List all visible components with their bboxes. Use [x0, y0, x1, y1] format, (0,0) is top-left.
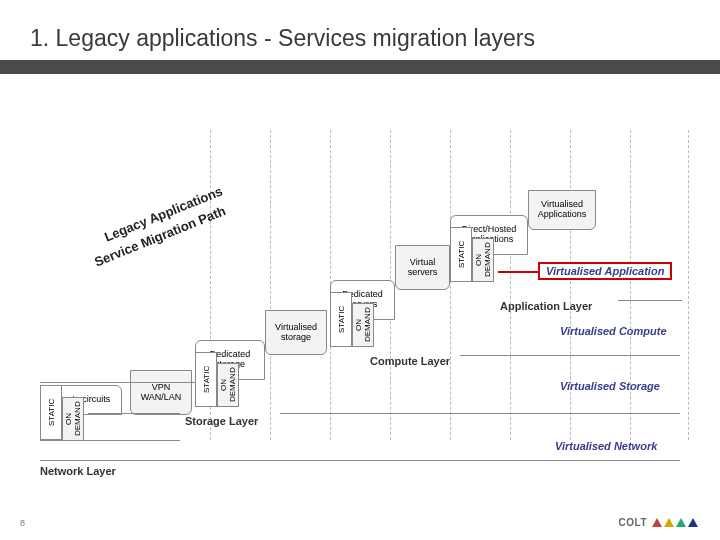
callout-virtualised-application: Virtualised Application	[538, 262, 672, 280]
tag-od-storage: ON DEMAND	[217, 363, 239, 407]
label-virtualised-network: Virtualised Network	[555, 440, 657, 452]
callout-line	[498, 271, 538, 273]
box-virtualised-storage: Virtualised storage	[265, 310, 327, 355]
tag-static-compute: STATIC	[330, 292, 352, 347]
grid-zone	[210, 130, 690, 440]
logo-triangle-icon	[688, 518, 698, 527]
label-application-layer: Application Layer	[500, 300, 592, 312]
box-virtual-servers: Virtual servers	[395, 245, 450, 290]
page-number: 8	[20, 518, 25, 528]
tag-od-compute: ON DEMAND	[352, 303, 374, 347]
box-virtualised-apps: Virtualised Applications	[528, 190, 596, 230]
tag-static-apps: STATIC	[450, 227, 472, 282]
brand-logo: COLT	[619, 517, 698, 528]
logo-triangle-icon	[676, 518, 686, 527]
label-virtualised-compute: Virtualised Compute	[560, 325, 667, 337]
label-network-layer: Network Layer	[40, 465, 116, 477]
tag-static-network: STATIC	[40, 385, 62, 440]
box-vpn: VPN WAN/LAN	[130, 370, 192, 415]
page-title: 1. Legacy applications - Services migrat…	[30, 25, 535, 52]
label-virtualised-storage: Virtualised Storage	[560, 380, 660, 392]
label-compute-layer: Compute Layer	[370, 355, 450, 367]
logo-triangle-icon	[664, 518, 674, 527]
tag-od-apps: ON DEMAND	[472, 238, 494, 282]
label-storage-layer: Storage Layer	[185, 415, 258, 427]
brand-text: COLT	[619, 517, 647, 528]
title-underline	[0, 60, 720, 74]
tag-static-storage: STATIC	[195, 352, 217, 407]
tag-od-network: ON DEMAND	[62, 397, 84, 441]
logo-triangle-icon	[652, 518, 662, 527]
